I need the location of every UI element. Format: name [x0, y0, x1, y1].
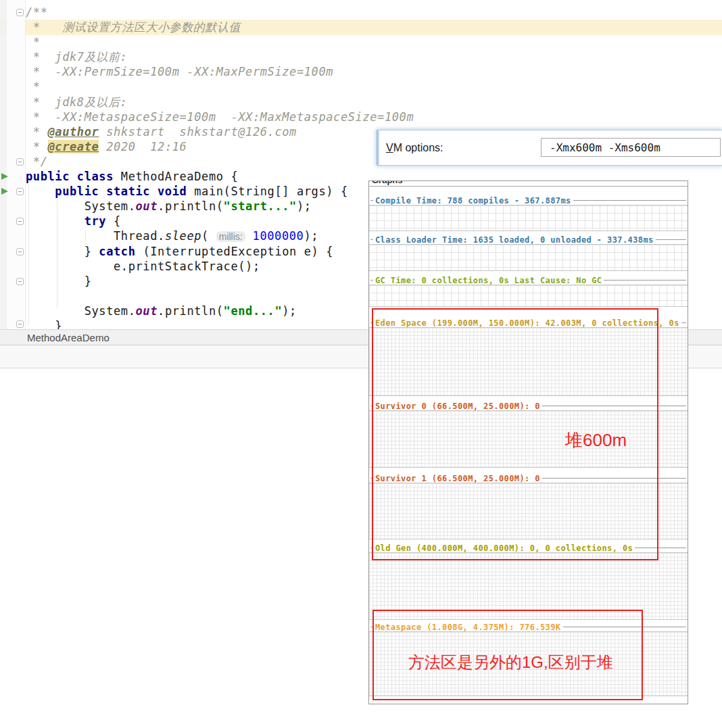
run-main-icon[interactable]	[1, 188, 8, 195]
code-line: }	[26, 274, 414, 289]
heap-annotation: 堆600m	[565, 429, 627, 452]
vm-options-input[interactable]	[541, 138, 721, 157]
code-line: try {	[26, 214, 414, 228]
graphs-tab-label: Graphs	[372, 181, 412, 186]
code-line: /**	[26, 5, 414, 20]
graph-grid-compile-time	[369, 205, 688, 231]
code-line: *	[26, 34, 414, 49]
graph-title-gc-time: GC Time: 0 collections, 0s Last Cause: N…	[370, 276, 686, 285]
fold-icon[interactable]	[16, 188, 24, 195]
graphs-divider	[369, 186, 688, 187]
fold-icon[interactable]	[16, 278, 24, 285]
code-line: * 测试设置方法区大小参数的默认值	[26, 20, 414, 34]
code-line: * -XX:PermSize=100m -XX:MaxPermSize=100m	[26, 64, 414, 79]
code-editor[interactable]: /** * 测试设置方法区大小参数的默认值 * * jdk7及以前: * -XX…	[26, 5, 414, 333]
vm-panel-accent	[377, 130, 379, 165]
fold-icon[interactable]	[16, 320, 24, 328]
graph-title-compile-time: Compile Time: 788 compiles - 367.887ms	[370, 196, 686, 205]
graph-grid-gc-time	[369, 285, 688, 307]
graph-grid-class-loader-time	[369, 244, 688, 271]
code-line: Thread.sleep( millis: 1000000);	[26, 228, 414, 243]
code-line: * @create 2020 12:16	[26, 139, 414, 154]
metaspace-annotation: 方法区是另外的1G,区别于堆	[408, 652, 613, 673]
code-line: System.out.println("start...");	[26, 199, 414, 214]
vm-options-panel: VM options:	[377, 130, 722, 166]
code-line: e.printStackTrace();	[26, 259, 414, 274]
code-line: public static void main(String[] args) {	[26, 184, 414, 199]
code-line: * jdk7及以前:	[26, 49, 414, 64]
code-line: System.out.println("end...");	[26, 304, 414, 318]
code-line	[26, 289, 414, 304]
visualgc-graphs-panel: Graphs Compile Time: 788 compiles - 367.…	[368, 180, 688, 704]
code-line: * jdk8及以后:	[26, 95, 414, 110]
code-line: */	[26, 154, 414, 169]
fold-icon[interactable]	[16, 158, 24, 166]
vm-options-label: VM options:	[386, 130, 443, 165]
graph-title-class-loader-time: Class Loader Time: 1635 loaded, 0 unload…	[370, 235, 686, 244]
breadcrumb-item-class[interactable]: MethodAreaDemo	[27, 332, 110, 343]
fold-icon[interactable]	[16, 248, 24, 256]
code-line: *	[26, 79, 414, 94]
fold-icon[interactable]	[16, 218, 24, 225]
run-class-icon[interactable]	[1, 173, 8, 180]
code-line: public class MethodAreaDemo {	[26, 169, 414, 184]
fold-icon[interactable]	[16, 9, 24, 16]
gutter-strip	[0, 0, 7, 329]
code-line: } catch (InterruptedException e) {	[26, 244, 414, 259]
code-line: * -XX:MetaspaceSize=100m -XX:MaxMetaspac…	[26, 110, 414, 124]
code-line: * @author shkstart shkstart@126.com	[26, 124, 414, 139]
